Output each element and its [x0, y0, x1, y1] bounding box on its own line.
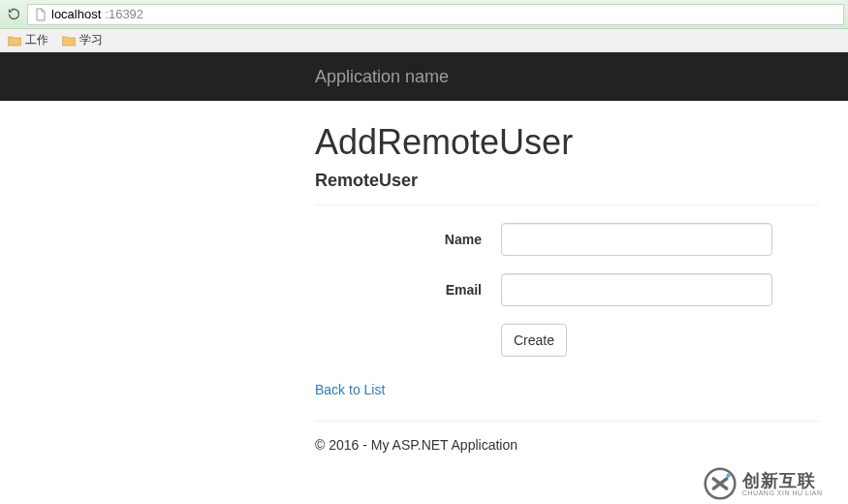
watermark-logo-icon	[704, 467, 737, 500]
url-port: :16392	[105, 7, 143, 21]
email-input[interactable]	[501, 273, 772, 306]
page-subtitle: RemoteUser	[315, 171, 819, 191]
create-button[interactable]: Create	[501, 324, 567, 357]
bookmark-study[interactable]: 学习	[62, 32, 103, 48]
navbar: Application name	[0, 52, 848, 101]
email-label: Email	[315, 282, 501, 298]
browser-address-bar: localhost:16392	[0, 0, 848, 29]
main-container: AddRemoteUser RemoteUser Name Email Crea…	[0, 101, 848, 453]
bookmark-label: 学习	[79, 32, 103, 48]
watermark-text-sub: CHUANG XIN HU LIAN	[742, 489, 823, 496]
footer-text: © 2016 - My ASP.NET Application	[315, 437, 819, 453]
watermark-text-main: 创新互联	[742, 472, 823, 489]
footer-divider	[315, 421, 819, 422]
reload-icon[interactable]	[4, 5, 23, 24]
form-row-email: Email	[315, 273, 819, 306]
form-actions: Create	[315, 324, 819, 357]
bookmark-label: 工作	[25, 32, 48, 48]
back-to-list-link[interactable]: Back to List	[315, 382, 385, 397]
svg-point-1	[726, 473, 730, 477]
page-icon	[34, 8, 47, 21]
page-title: AddRemoteUser	[315, 122, 819, 163]
url-host: localhost	[51, 7, 101, 21]
name-label: Name	[315, 232, 501, 247]
bookmarks-bar: 工作 学习	[0, 29, 848, 52]
watermark: 创新互联 CHUANG XIN HU LIAN	[698, 463, 848, 504]
form-row-name: Name	[315, 223, 819, 256]
name-input[interactable]	[501, 223, 772, 256]
bookmark-work[interactable]: 工作	[8, 32, 48, 48]
navbar-brand[interactable]: Application name	[315, 67, 449, 87]
folder-icon	[62, 35, 76, 47]
divider	[315, 205, 819, 205]
url-box[interactable]: localhost:16392	[27, 4, 844, 25]
folder-icon	[8, 35, 21, 47]
